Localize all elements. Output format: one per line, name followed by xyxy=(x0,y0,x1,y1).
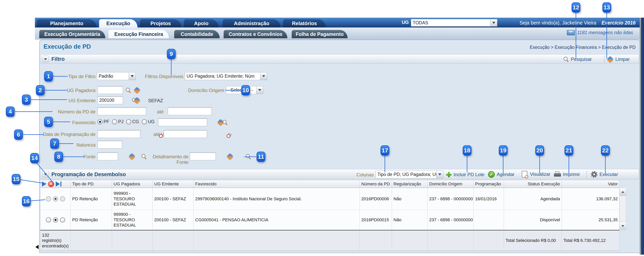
ug-pagadora-input[interactable] xyxy=(98,86,123,94)
search-button[interactable]: Pesquisar xyxy=(564,56,592,62)
footer-cell xyxy=(428,230,474,251)
callout-badge-13: 13 xyxy=(602,2,611,12)
cell-valor: 136.097,32 xyxy=(562,188,620,210)
col-numero-da-pd[interactable]: Número da PD xyxy=(360,180,392,188)
filter-collapse-button[interactable] xyxy=(42,56,49,62)
menu-tab-execucao[interactable]: Execução xyxy=(99,19,138,28)
radio-icon xyxy=(98,119,102,124)
radio-option-cg[interactable]: CG xyxy=(126,119,139,124)
natureza-input[interactable] xyxy=(98,141,122,148)
scroll-up-button[interactable] xyxy=(620,188,626,196)
radio-option-pj[interactable]: PJ xyxy=(112,119,124,124)
callout-badge-14: 14 xyxy=(30,153,39,163)
fonte-input[interactable] xyxy=(98,152,118,160)
numero-pd-label: Número da PD de xyxy=(40,109,96,114)
col-valor[interactable]: Valor xyxy=(562,180,620,188)
table-row[interactable]: PD Retenção 999900 - TESOURO ESTADUAL 20… xyxy=(40,210,620,230)
grid-footer-row: 132 registro(s) encontrado(s) Total Sele… xyxy=(40,230,620,251)
col-domicilio-origem[interactable]: Domicílio Origem xyxy=(428,180,474,188)
menu-tab-projetos[interactable]: Projetos xyxy=(140,19,181,28)
tab-contratos-e-convenios[interactable]: Contratos e Convênios xyxy=(224,30,288,38)
numero-pd-ate-input[interactable] xyxy=(168,107,212,115)
tipo-de-filtro-arrow[interactable] xyxy=(129,72,136,80)
cell-ug-pagadora: 999900 - TESOURO ESTADUAL xyxy=(112,188,152,210)
search-icon[interactable] xyxy=(126,88,131,93)
search-icon[interactable] xyxy=(246,154,251,159)
cell-ug-emitente: 200100 - SEFAZ xyxy=(152,188,194,210)
data-de-input[interactable] xyxy=(98,130,140,138)
colunas-label: Colunas xyxy=(343,172,374,178)
footer-cell xyxy=(360,230,392,251)
footer-cell xyxy=(152,230,194,251)
clear-button[interactable]: Limpar xyxy=(608,56,630,62)
row-radio-cell xyxy=(40,188,70,210)
cell-domicilio: 237 - 6898 - 00000000 xyxy=(428,188,474,210)
tipo-de-filtro-value: Padrão xyxy=(97,72,129,80)
radio-icon-selected[interactable] xyxy=(53,217,58,222)
visualizar-button[interactable]: Visualizar xyxy=(522,171,550,178)
callout-badge-11: 11 xyxy=(256,152,265,162)
chevron-down-icon xyxy=(262,75,265,79)
agendar-button[interactable]: Agendar xyxy=(488,171,514,178)
tab-execucao-orcamentaria[interactable]: Execução Orçamentária xyxy=(39,30,105,38)
radio-icon[interactable] xyxy=(46,196,51,202)
col-programacao[interactable]: Programação xyxy=(474,180,504,188)
ug-pagadora-label: UG Pagadora xyxy=(40,88,96,93)
domicilio-origem-arrow[interactable] xyxy=(256,86,263,94)
scroll-left-arrow[interactable] xyxy=(35,245,39,249)
colunas-arrow[interactable] xyxy=(436,170,443,178)
grid-scrollbar[interactable] xyxy=(620,188,626,230)
colunas-select[interactable]: Tipo de PD; UG Pagadora; UG En xyxy=(376,170,443,178)
filter-section-bar xyxy=(40,54,639,64)
cancel-x-icon[interactable] xyxy=(48,181,54,187)
gears-icon xyxy=(591,171,598,178)
callout-badge-18: 18 xyxy=(463,145,472,156)
filtros-disponiveis-arrow[interactable] xyxy=(260,72,267,80)
col-status-execucao[interactable]: Status Execução xyxy=(504,180,562,188)
imprimir-label: Imprimir xyxy=(563,172,580,177)
filtros-disponiveis-select[interactable]: UG Pagadora; UG Emitente; Núm xyxy=(185,72,267,80)
ug-select-value: TODAS xyxy=(411,19,490,26)
col-tipo-de-pd[interactable]: Tipo de PD xyxy=(70,180,112,188)
execute-play-icon[interactable] xyxy=(42,182,46,186)
data-ate-input[interactable] xyxy=(164,130,207,138)
tab-folha-de-pagamento[interactable]: Folha de Pagamento xyxy=(292,30,348,38)
menu-tab-relatorios[interactable]: Relatórios xyxy=(283,19,326,28)
numero-pd-de-input[interactable] xyxy=(98,107,146,115)
bar xyxy=(60,182,62,186)
unread-messages[interactable]: 1181 mensagens não lidas xyxy=(567,30,633,35)
col-regularizacao[interactable]: Regularização xyxy=(392,180,428,188)
menu-tab-apoio[interactable]: Apoio xyxy=(184,19,218,28)
radio-icon-selected[interactable] xyxy=(53,196,58,202)
radio-option-pf[interactable]: PF xyxy=(98,119,109,124)
favorecido-input[interactable] xyxy=(158,118,207,126)
imprimir-button[interactable]: Imprimir xyxy=(554,172,580,177)
exercise-year-label: Exercício 2016 xyxy=(599,20,636,26)
incluir-pd-lote-button[interactable]: Incluir PD Lote xyxy=(446,172,484,178)
breadcrumb[interactable]: Execução > Execução Financeira > Execuçã… xyxy=(373,45,636,50)
ug-select-arrow[interactable] xyxy=(490,19,497,26)
ug-select[interactable]: TODAS xyxy=(411,19,497,26)
detalhamento-fonte-input[interactable] xyxy=(190,152,216,160)
col-ug-pagadora[interactable]: UG Pagadora xyxy=(112,180,152,188)
grid-collapse-button[interactable] xyxy=(42,171,49,178)
tab-contabilidade[interactable]: Contabilidade xyxy=(174,30,220,38)
scroll-down-button[interactable] xyxy=(620,222,626,230)
radio-icon[interactable] xyxy=(60,196,65,202)
radio-option-ug[interactable]: UG xyxy=(142,119,155,124)
callout-badge-3: 3 xyxy=(22,94,30,105)
ug-emitente-input[interactable] xyxy=(98,96,123,104)
col-favorecido[interactable]: Favorecido xyxy=(194,180,360,188)
radio-icon[interactable] xyxy=(46,217,51,222)
tab-execucao-financeira[interactable]: Execução Financeira xyxy=(108,30,169,38)
col-ug-emitente[interactable]: UG Emitente xyxy=(152,180,194,188)
menu-tab-planejamento[interactable]: Planejamento xyxy=(37,19,96,28)
radio-icon[interactable] xyxy=(60,217,65,222)
menu-tab-administracao[interactable]: Administração xyxy=(223,19,280,28)
calendar-icon[interactable] xyxy=(228,133,229,137)
total-value: Total R$ 6.730.492,12 xyxy=(562,230,620,251)
table-row[interactable]: PD Retenção 999900 - TESOURO ESTADUAL 20… xyxy=(40,188,620,210)
executar-button[interactable]: Executar xyxy=(591,171,618,178)
tipo-de-filtro-select[interactable]: Padrão xyxy=(97,72,136,80)
execute-all-icon[interactable] xyxy=(56,182,62,186)
